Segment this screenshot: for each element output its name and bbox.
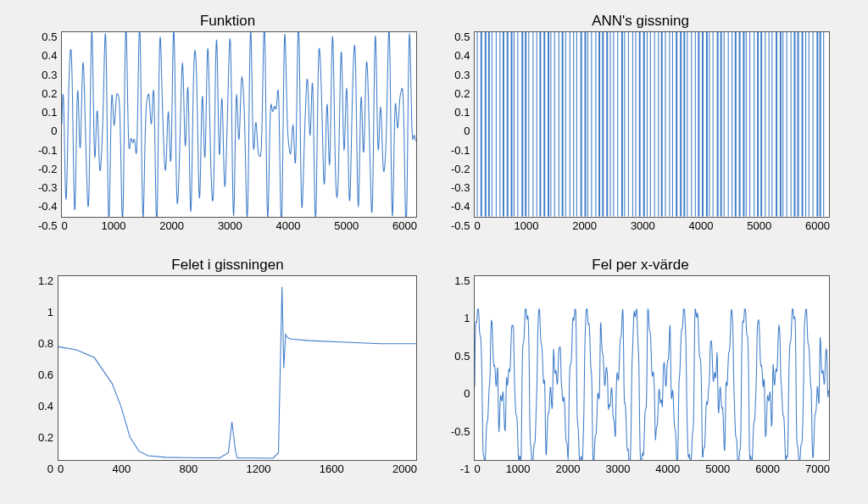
x-axis-ann: 0100020003000400050006000 (474, 218, 830, 231)
x-tick: 1600 (320, 463, 344, 474)
y-tick: 0.2 (42, 88, 57, 99)
y-tick: -0.3 (38, 182, 57, 193)
y-tick: -0.2 (451, 163, 470, 174)
y-tick: 0.3 (42, 69, 57, 80)
y-tick: -0.3 (451, 182, 470, 193)
line-errx (475, 309, 829, 460)
subplot-error: Felet i gissningen 1.210.80.60.40.20 040… (38, 257, 417, 475)
y-tick: 0.5 (454, 351, 470, 362)
x-tick: 0 (474, 463, 480, 474)
canvas-funktion (61, 31, 417, 218)
y-axis-errx: 1.510.50-0.5-1 (451, 275, 474, 475)
y-tick: -0.4 (38, 201, 57, 212)
x-tick: 3000 (605, 463, 630, 474)
y-tick: 0 (51, 125, 57, 136)
y-tick: 0 (47, 463, 53, 474)
x-tick: 5000 (747, 220, 771, 231)
subplot-ann: ANN's gissning 0.50.40.30.20.10-0.1-0.2-… (451, 13, 830, 231)
x-tick: 0 (58, 463, 64, 474)
x-tick: 1000 (506, 463, 531, 474)
y-tick: -0.5 (451, 426, 470, 437)
svg-ann (475, 32, 829, 217)
line-error (58, 286, 416, 457)
y-tick: -0.2 (38, 163, 57, 174)
y-tick: -0.1 (38, 145, 57, 156)
subplot-errx: Fel per x-värde 1.510.50-0.5-1 010002000… (451, 257, 830, 475)
y-tick: 0 (464, 388, 470, 399)
plot-area-funktion: 0.50.40.30.20.10-0.1-0.2-0.3-0.4-0.5 010… (38, 31, 417, 231)
y-tick: 0 (464, 125, 470, 136)
y-axis-funktion: 0.50.40.30.20.10-0.1-0.2-0.3-0.4-0.5 (38, 31, 61, 231)
line-funktion (62, 32, 416, 217)
title-error: Felet i gissningen (171, 257, 283, 274)
x-tick: 3000 (631, 220, 655, 231)
y-tick: 0.6 (38, 369, 53, 380)
x-tick: 4000 (655, 463, 680, 474)
x-tick: 400 (113, 463, 131, 474)
title-ann: ANN's gissning (592, 13, 689, 30)
x-tick: 800 (180, 463, 198, 474)
y-axis-ann: 0.50.40.30.20.10-0.1-0.2-0.3-0.4-0.5 (451, 31, 474, 231)
x-tick: 1000 (101, 220, 125, 231)
x-axis-errx: 01000200030004000500060007000 (474, 461, 830, 474)
svg-funktion (62, 32, 416, 217)
x-tick: 0 (474, 220, 480, 231)
y-tick: 0.1 (454, 107, 470, 118)
x-tick: 2000 (556, 463, 581, 474)
x-tick: 5000 (334, 220, 359, 231)
y-tick: 1 (464, 313, 470, 324)
x-tick: 6000 (392, 220, 417, 231)
y-tick: 0.4 (38, 401, 53, 412)
x-tick: 3000 (218, 220, 242, 231)
canvas-errx (474, 275, 830, 462)
y-tick: -0.1 (451, 145, 470, 156)
chart-box-ann: 0100020003000400050006000 (474, 31, 830, 231)
chart-box-errx: 01000200030004000500060007000 (474, 275, 830, 475)
y-tick: -0.5 (451, 220, 470, 231)
svg-error (58, 276, 416, 461)
x-tick: 0 (61, 220, 67, 231)
svg-errx (475, 276, 829, 461)
y-tick: 0.2 (38, 432, 53, 443)
y-tick: 1.5 (454, 275, 470, 286)
x-tick: 2000 (392, 463, 417, 474)
y-tick: 0.1 (42, 107, 57, 118)
y-tick: 0.5 (42, 31, 57, 42)
y-tick: 1 (47, 307, 53, 318)
plot-area-errx: 1.510.50-0.5-1 0100020003000400050006000… (451, 275, 830, 475)
x-tick: 2000 (572, 220, 597, 231)
plot-area-error: 1.210.80.60.40.20 0400800120016002000 (38, 275, 417, 475)
x-tick: 1000 (514, 220, 538, 231)
x-tick: 5000 (705, 463, 730, 474)
y-tick: 0.8 (38, 338, 53, 349)
canvas-ann (474, 31, 830, 218)
chart-box-funktion: 0100020003000400050006000 (61, 31, 417, 231)
line-ann (477, 32, 824, 217)
plot-area-ann: 0.50.40.30.20.10-0.1-0.2-0.3-0.4-0.5 010… (451, 31, 830, 231)
x-axis-error: 0400800120016002000 (58, 461, 417, 474)
y-tick: 0.2 (454, 88, 470, 99)
y-tick: 0.3 (454, 69, 470, 80)
chart-box-error: 0400800120016002000 (58, 275, 417, 475)
x-tick: 7000 (805, 463, 830, 474)
figure-grid: Funktion 0.50.40.30.20.10-0.1-0.2-0.3-0.… (0, 0, 868, 504)
x-tick: 6000 (755, 463, 780, 474)
y-tick: -0.5 (38, 220, 57, 231)
title-funktion: Funktion (200, 13, 255, 30)
x-tick: 4000 (689, 220, 714, 231)
x-tick: 4000 (276, 220, 301, 231)
x-tick: 1200 (247, 463, 271, 474)
y-tick: 0.5 (454, 31, 470, 42)
y-tick: -1 (460, 463, 470, 474)
x-tick: 2000 (159, 220, 184, 231)
canvas-error (58, 275, 417, 462)
subplot-funktion: Funktion 0.50.40.30.20.10-0.1-0.2-0.3-0.… (38, 13, 417, 231)
y-tick: 0.4 (42, 50, 57, 61)
y-tick: 1.2 (38, 275, 53, 286)
x-axis-funktion: 0100020003000400050006000 (61, 218, 417, 231)
y-tick: -0.4 (451, 201, 470, 212)
y-tick: 0.4 (454, 50, 470, 61)
x-tick: 6000 (805, 220, 830, 231)
title-errx: Fel per x-värde (592, 257, 688, 274)
y-axis-error: 1.210.80.60.40.20 (38, 275, 58, 475)
